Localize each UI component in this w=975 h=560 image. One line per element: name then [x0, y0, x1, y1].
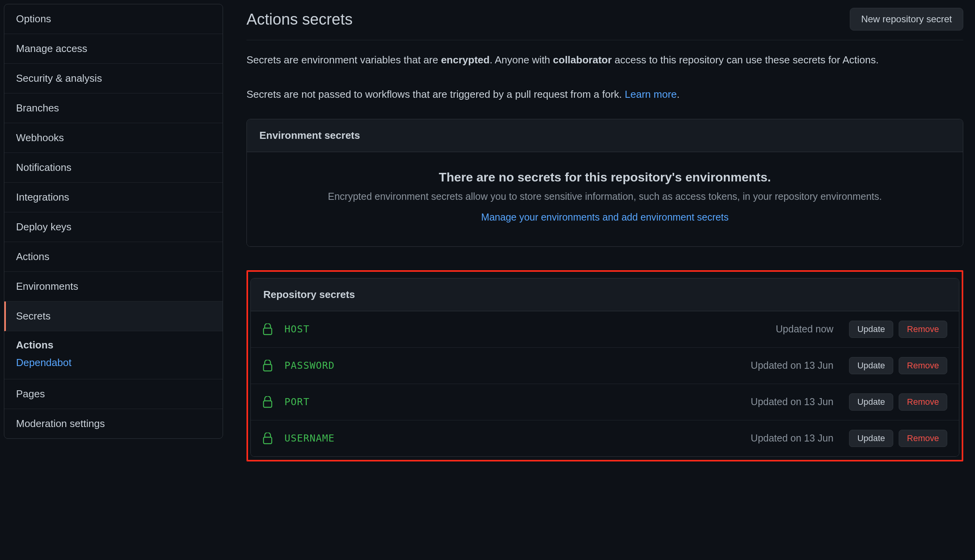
update-secret-button[interactable]: Update: [849, 430, 893, 447]
update-secret-button[interactable]: Update: [849, 321, 893, 338]
sidebar-item-actions[interactable]: Actions: [4, 242, 223, 272]
intro-seg: .: [677, 88, 680, 100]
environment-secrets-empty: There are no secrets for this repository…: [247, 152, 963, 246]
sidebar-item-label: Integrations: [16, 191, 69, 203]
remove-secret-button[interactable]: Remove: [899, 357, 947, 374]
sidebar-item-label: Branches: [16, 102, 59, 114]
panel-header: Environment secrets: [247, 119, 963, 152]
secret-row: PASSWORD Updated on 13 Jun Update Remove: [251, 347, 959, 384]
svg-rect-3: [264, 437, 272, 444]
sidebar-item-label: Webhooks: [16, 132, 64, 144]
lock-icon: [263, 360, 273, 372]
remove-secret-button[interactable]: Remove: [899, 321, 947, 338]
sidebar-item-security-analysis[interactable]: Security & analysis: [4, 64, 223, 93]
sidebar-item-label: Deploy keys: [16, 221, 72, 233]
page-header: Actions secrets New repository secret: [246, 8, 963, 40]
empty-description: Encrypted environment secrets allow you …: [263, 191, 947, 202]
secret-row: USERNAME Updated on 13 Jun Update Remove: [251, 420, 959, 456]
environment-secrets-panel: Environment secrets There are no secrets…: [246, 119, 963, 247]
svg-rect-0: [264, 328, 272, 335]
sidebar-item-label: Secrets: [16, 310, 50, 322]
sidebar-item-webhooks[interactable]: Webhooks: [4, 123, 223, 153]
secret-name: HOST: [284, 323, 776, 335]
panel-header: Repository secrets: [251, 278, 959, 311]
secret-actions: Update Remove: [849, 430, 947, 447]
sidebar-item-environments[interactable]: Environments: [4, 272, 223, 302]
settings-sidebar: Options Manage access Security & analysi…: [4, 4, 223, 465]
new-repository-secret-button[interactable]: New repository secret: [850, 8, 963, 31]
sidebar-item-label: Manage access: [16, 43, 87, 54]
remove-secret-button[interactable]: Remove: [899, 430, 947, 447]
sidebar-item-label: Actions: [16, 251, 49, 262]
remove-secret-button[interactable]: Remove: [899, 393, 947, 411]
secret-updated: Updated on 13 Jun: [751, 360, 833, 371]
sidebar-item-manage-access[interactable]: Manage access: [4, 34, 223, 64]
lock-icon: [263, 323, 273, 335]
manage-environments-link[interactable]: Manage your environments and add environ…: [481, 212, 729, 223]
lock-icon: [263, 396, 273, 408]
sidebar-item-pages[interactable]: Pages: [4, 379, 223, 409]
intro-seg: access to this repository can use these …: [612, 54, 879, 66]
sidebar-item-label: Security & analysis: [16, 72, 102, 84]
intro-bold-collaborator: collaborator: [553, 54, 612, 66]
sidebar-sub-heading: Actions: [16, 339, 211, 351]
secret-name: PORT: [284, 396, 751, 407]
update-secret-button[interactable]: Update: [849, 357, 893, 374]
svg-rect-1: [264, 364, 272, 371]
secret-actions: Update Remove: [849, 321, 947, 338]
sidebar-item-integrations[interactable]: Integrations: [4, 183, 223, 212]
secret-updated: Updated now: [776, 323, 833, 335]
sidebar-item-label: Environments: [16, 280, 78, 292]
sidebar-item-notifications[interactable]: Notifications: [4, 153, 223, 183]
repository-secrets-list: HOST Updated now Update Remove PASSWORD …: [251, 311, 959, 456]
secret-updated: Updated on 13 Jun: [751, 433, 833, 444]
repository-secrets-panel: Repository secrets HOST Updated now Upda…: [250, 278, 959, 457]
sidebar-item-deploy-keys[interactable]: Deploy keys: [4, 212, 223, 242]
learn-more-link[interactable]: Learn more: [625, 88, 677, 100]
secret-actions: Update Remove: [849, 357, 947, 374]
main-content: Actions secrets New repository secret Se…: [223, 4, 971, 465]
repository-secrets-highlight: Repository secrets HOST Updated now Upda…: [246, 270, 963, 461]
intro-seg: Secrets are not passed to workflows that…: [246, 88, 625, 100]
sidebar-item-secrets[interactable]: Secrets: [4, 302, 223, 331]
intro-text: Secrets are environment variables that a…: [246, 51, 963, 103]
svg-rect-2: [264, 401, 272, 407]
sidebar-item-label: Moderation settings: [16, 418, 105, 429]
intro-bold-encrypted: encrypted: [441, 54, 489, 66]
sidebar-list: Options Manage access Security & analysi…: [4, 4, 223, 439]
sidebar-link-dependabot[interactable]: Dependabot: [16, 357, 211, 369]
empty-title: There are no secrets for this repository…: [263, 170, 947, 185]
lock-icon: [263, 433, 273, 444]
sidebar-item-options[interactable]: Options: [4, 4, 223, 34]
secret-actions: Update Remove: [849, 393, 947, 411]
secret-updated: Updated on 13 Jun: [751, 396, 833, 407]
sidebar-item-label: Options: [16, 13, 51, 25]
sidebar-item-label: Pages: [16, 388, 45, 400]
sidebar-item-branches[interactable]: Branches: [4, 93, 223, 123]
sidebar-secrets-subsection: Actions Dependabot: [4, 331, 223, 379]
intro-seg: . Anyone with: [489, 54, 553, 66]
secret-name: USERNAME: [284, 433, 751, 444]
secret-row: PORT Updated on 13 Jun Update Remove: [251, 384, 959, 420]
secret-row: HOST Updated now Update Remove: [251, 311, 959, 347]
sidebar-item-label: Notifications: [16, 162, 72, 173]
sidebar-item-moderation-settings[interactable]: Moderation settings: [4, 409, 223, 438]
update-secret-button[interactable]: Update: [849, 393, 893, 411]
secret-name: PASSWORD: [284, 360, 751, 371]
intro-seg: Secrets are environment variables that a…: [246, 54, 441, 66]
page-title: Actions secrets: [246, 11, 353, 28]
